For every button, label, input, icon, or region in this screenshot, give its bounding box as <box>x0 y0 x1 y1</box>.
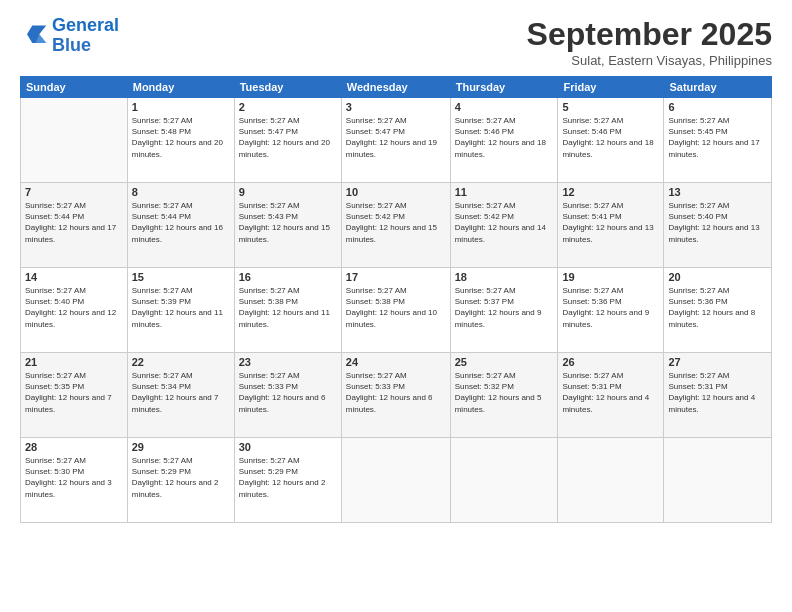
calendar-week-row: 21Sunrise: 5:27 AMSunset: 5:35 PMDayligh… <box>21 353 772 438</box>
day-info: Sunrise: 5:27 AMSunset: 5:43 PMDaylight:… <box>239 200 337 245</box>
calendar-day-cell: 4Sunrise: 5:27 AMSunset: 5:46 PMDaylight… <box>450 98 558 183</box>
calendar-day-cell: 7Sunrise: 5:27 AMSunset: 5:44 PMDaylight… <box>21 183 128 268</box>
calendar-day-cell: 14Sunrise: 5:27 AMSunset: 5:40 PMDayligh… <box>21 268 128 353</box>
day-number: 25 <box>455 356 554 368</box>
header-wednesday: Wednesday <box>341 77 450 98</box>
day-number: 30 <box>239 441 337 453</box>
day-number: 9 <box>239 186 337 198</box>
calendar-day-cell <box>341 438 450 523</box>
header: General Blue September 2025 Sulat, Easte… <box>20 16 772 68</box>
calendar-day-cell <box>21 98 128 183</box>
day-info: Sunrise: 5:27 AMSunset: 5:38 PMDaylight:… <box>239 285 337 330</box>
day-number: 11 <box>455 186 554 198</box>
calendar-day-cell <box>558 438 664 523</box>
calendar-day-cell: 9Sunrise: 5:27 AMSunset: 5:43 PMDaylight… <box>234 183 341 268</box>
day-info: Sunrise: 5:27 AMSunset: 5:31 PMDaylight:… <box>668 370 767 415</box>
day-info: Sunrise: 5:27 AMSunset: 5:41 PMDaylight:… <box>562 200 659 245</box>
day-info: Sunrise: 5:27 AMSunset: 5:30 PMDaylight:… <box>25 455 123 500</box>
calendar-day-cell: 25Sunrise: 5:27 AMSunset: 5:32 PMDayligh… <box>450 353 558 438</box>
day-info: Sunrise: 5:27 AMSunset: 5:47 PMDaylight:… <box>239 115 337 160</box>
calendar: Sunday Monday Tuesday Wednesday Thursday… <box>20 76 772 523</box>
calendar-day-cell <box>664 438 772 523</box>
title-block: September 2025 Sulat, Eastern Visayas, P… <box>527 16 772 68</box>
calendar-day-cell: 3Sunrise: 5:27 AMSunset: 5:47 PMDaylight… <box>341 98 450 183</box>
day-info: Sunrise: 5:27 AMSunset: 5:39 PMDaylight:… <box>132 285 230 330</box>
day-info: Sunrise: 5:27 AMSunset: 5:35 PMDaylight:… <box>25 370 123 415</box>
calendar-day-cell: 13Sunrise: 5:27 AMSunset: 5:40 PMDayligh… <box>664 183 772 268</box>
day-number: 2 <box>239 101 337 113</box>
day-info: Sunrise: 5:27 AMSunset: 5:34 PMDaylight:… <box>132 370 230 415</box>
calendar-week-row: 14Sunrise: 5:27 AMSunset: 5:40 PMDayligh… <box>21 268 772 353</box>
day-info: Sunrise: 5:27 AMSunset: 5:48 PMDaylight:… <box>132 115 230 160</box>
header-sunday: Sunday <box>21 77 128 98</box>
day-number: 16 <box>239 271 337 283</box>
day-info: Sunrise: 5:27 AMSunset: 5:37 PMDaylight:… <box>455 285 554 330</box>
calendar-week-row: 1Sunrise: 5:27 AMSunset: 5:48 PMDaylight… <box>21 98 772 183</box>
calendar-day-cell: 16Sunrise: 5:27 AMSunset: 5:38 PMDayligh… <box>234 268 341 353</box>
calendar-day-cell: 19Sunrise: 5:27 AMSunset: 5:36 PMDayligh… <box>558 268 664 353</box>
calendar-week-row: 7Sunrise: 5:27 AMSunset: 5:44 PMDaylight… <box>21 183 772 268</box>
calendar-day-cell: 23Sunrise: 5:27 AMSunset: 5:33 PMDayligh… <box>234 353 341 438</box>
calendar-day-cell: 26Sunrise: 5:27 AMSunset: 5:31 PMDayligh… <box>558 353 664 438</box>
day-info: Sunrise: 5:27 AMSunset: 5:36 PMDaylight:… <box>668 285 767 330</box>
logo-line2: Blue <box>52 35 91 55</box>
day-number: 4 <box>455 101 554 113</box>
day-info: Sunrise: 5:27 AMSunset: 5:32 PMDaylight:… <box>455 370 554 415</box>
logo-icon <box>20 22 48 50</box>
header-monday: Monday <box>127 77 234 98</box>
calendar-week-row: 28Sunrise: 5:27 AMSunset: 5:30 PMDayligh… <box>21 438 772 523</box>
calendar-day-cell: 29Sunrise: 5:27 AMSunset: 5:29 PMDayligh… <box>127 438 234 523</box>
day-number: 14 <box>25 271 123 283</box>
day-info: Sunrise: 5:27 AMSunset: 5:29 PMDaylight:… <box>132 455 230 500</box>
header-thursday: Thursday <box>450 77 558 98</box>
location: Sulat, Eastern Visayas, Philippines <box>527 53 772 68</box>
calendar-day-cell: 28Sunrise: 5:27 AMSunset: 5:30 PMDayligh… <box>21 438 128 523</box>
day-number: 24 <box>346 356 446 368</box>
calendar-day-cell: 2Sunrise: 5:27 AMSunset: 5:47 PMDaylight… <box>234 98 341 183</box>
day-number: 5 <box>562 101 659 113</box>
day-number: 3 <box>346 101 446 113</box>
day-number: 8 <box>132 186 230 198</box>
day-number: 19 <box>562 271 659 283</box>
month-title: September 2025 <box>527 16 772 53</box>
day-number: 12 <box>562 186 659 198</box>
calendar-day-cell: 18Sunrise: 5:27 AMSunset: 5:37 PMDayligh… <box>450 268 558 353</box>
day-number: 1 <box>132 101 230 113</box>
header-friday: Friday <box>558 77 664 98</box>
day-number: 17 <box>346 271 446 283</box>
day-number: 23 <box>239 356 337 368</box>
day-info: Sunrise: 5:27 AMSunset: 5:42 PMDaylight:… <box>346 200 446 245</box>
day-info: Sunrise: 5:27 AMSunset: 5:29 PMDaylight:… <box>239 455 337 500</box>
page: General Blue September 2025 Sulat, Easte… <box>0 0 792 612</box>
day-info: Sunrise: 5:27 AMSunset: 5:46 PMDaylight:… <box>455 115 554 160</box>
day-info: Sunrise: 5:27 AMSunset: 5:44 PMDaylight:… <box>132 200 230 245</box>
day-number: 27 <box>668 356 767 368</box>
day-number: 6 <box>668 101 767 113</box>
day-info: Sunrise: 5:27 AMSunset: 5:40 PMDaylight:… <box>25 285 123 330</box>
calendar-day-cell: 6Sunrise: 5:27 AMSunset: 5:45 PMDaylight… <box>664 98 772 183</box>
calendar-day-cell: 30Sunrise: 5:27 AMSunset: 5:29 PMDayligh… <box>234 438 341 523</box>
day-info: Sunrise: 5:27 AMSunset: 5:31 PMDaylight:… <box>562 370 659 415</box>
calendar-day-cell: 17Sunrise: 5:27 AMSunset: 5:38 PMDayligh… <box>341 268 450 353</box>
calendar-day-cell: 10Sunrise: 5:27 AMSunset: 5:42 PMDayligh… <box>341 183 450 268</box>
calendar-day-cell: 20Sunrise: 5:27 AMSunset: 5:36 PMDayligh… <box>664 268 772 353</box>
logo-text: General Blue <box>52 16 119 56</box>
calendar-day-cell: 24Sunrise: 5:27 AMSunset: 5:33 PMDayligh… <box>341 353 450 438</box>
calendar-day-cell: 12Sunrise: 5:27 AMSunset: 5:41 PMDayligh… <box>558 183 664 268</box>
day-number: 15 <box>132 271 230 283</box>
day-info: Sunrise: 5:27 AMSunset: 5:47 PMDaylight:… <box>346 115 446 160</box>
day-info: Sunrise: 5:27 AMSunset: 5:42 PMDaylight:… <box>455 200 554 245</box>
day-info: Sunrise: 5:27 AMSunset: 5:44 PMDaylight:… <box>25 200 123 245</box>
day-info: Sunrise: 5:27 AMSunset: 5:36 PMDaylight:… <box>562 285 659 330</box>
day-info: Sunrise: 5:27 AMSunset: 5:33 PMDaylight:… <box>346 370 446 415</box>
day-number: 26 <box>562 356 659 368</box>
header-tuesday: Tuesday <box>234 77 341 98</box>
calendar-day-cell: 21Sunrise: 5:27 AMSunset: 5:35 PMDayligh… <box>21 353 128 438</box>
day-number: 29 <box>132 441 230 453</box>
day-number: 22 <box>132 356 230 368</box>
day-number: 10 <box>346 186 446 198</box>
calendar-header-row: Sunday Monday Tuesday Wednesday Thursday… <box>21 77 772 98</box>
header-saturday: Saturday <box>664 77 772 98</box>
calendar-day-cell: 8Sunrise: 5:27 AMSunset: 5:44 PMDaylight… <box>127 183 234 268</box>
day-number: 20 <box>668 271 767 283</box>
